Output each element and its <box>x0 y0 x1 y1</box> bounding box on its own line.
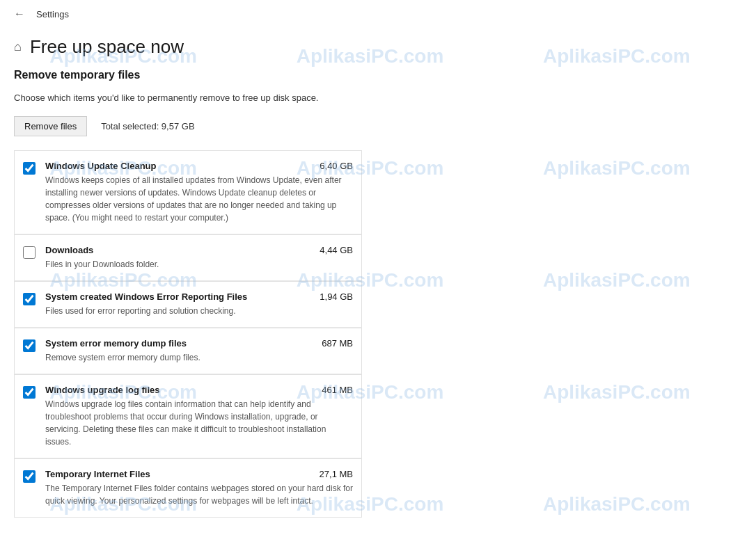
item-header-0: Windows Update Cleanup6,40 GB <box>45 161 353 171</box>
remove-files-button[interactable]: Remove files <box>14 116 87 136</box>
item-name-5: Temporary Internet Files <box>45 469 150 479</box>
item-description-3: Remove system error memory dump files. <box>45 351 353 364</box>
action-row: Remove files Total selected: 9,57 GB <box>14 116 362 136</box>
item-checkbox-4[interactable] <box>23 386 36 399</box>
item-size-5: 27,1 MB <box>320 469 353 479</box>
item-content-5: Temporary Internet Files27,1 MBThe Tempo… <box>45 469 353 507</box>
list-item: Windows Update Cleanup6,40 GBWindows kee… <box>14 150 362 234</box>
content-area: Remove temporary files Choose which item… <box>0 69 376 518</box>
item-description-4: Windows upgrade log files contain inform… <box>45 398 353 448</box>
item-content-3: System error memory dump files687 MBRemo… <box>45 338 353 364</box>
item-header-1: Downloads4,44 GB <box>45 245 353 255</box>
item-size-3: 687 MB <box>322 338 353 349</box>
item-checkbox-5[interactable] <box>23 470 36 483</box>
item-name-0: Windows Update Cleanup <box>45 161 157 171</box>
item-size-4: 461 MB <box>322 385 353 395</box>
item-name-3: System error memory dump files <box>45 338 187 349</box>
total-selected-label: Total selected: 9,57 GB <box>101 121 194 131</box>
item-header-5: Temporary Internet Files27,1 MB <box>45 469 353 479</box>
page-header: ⌂ Free up space now <box>0 28 740 69</box>
item-content-1: Downloads4,44 GBFiles in your Downloads … <box>45 245 353 271</box>
item-name-4: Windows upgrade log files <box>45 385 160 395</box>
item-content-2: System created Windows Error Reporting F… <box>45 291 353 317</box>
item-header-2: System created Windows Error Reporting F… <box>45 291 353 302</box>
title-bar-label: Settings <box>36 9 69 19</box>
item-content-0: Windows Update Cleanup6,40 GBWindows kee… <box>45 161 353 224</box>
home-icon: ⌂ <box>14 40 22 54</box>
item-description-1: Files in your Downloads folder. <box>45 258 353 271</box>
checkbox-wrapper-1 <box>23 246 36 261</box>
item-name-1: Downloads <box>45 245 93 255</box>
item-size-0: 6,40 GB <box>320 161 353 171</box>
title-bar: ← Settings <box>0 0 740 28</box>
items-list: Windows Update Cleanup6,40 GBWindows kee… <box>14 150 362 518</box>
list-item: System error memory dump files687 MBRemo… <box>14 328 362 374</box>
item-checkbox-2[interactable] <box>23 293 36 305</box>
section-title: Remove temporary files <box>14 69 362 81</box>
back-icon: ← <box>14 8 25 20</box>
checkbox-wrapper-5 <box>23 470 36 485</box>
item-checkbox-0[interactable] <box>23 162 36 175</box>
checkbox-wrapper-3 <box>23 339 36 354</box>
page-title: Free up space now <box>30 36 184 58</box>
item-description-2: Files used for error reporting and solut… <box>45 305 353 317</box>
checkbox-wrapper-4 <box>23 386 36 401</box>
back-button[interactable]: ← <box>11 5 28 23</box>
item-header-3: System error memory dump files687 MB <box>45 338 353 349</box>
item-checkbox-3[interactable] <box>23 339 36 352</box>
item-size-1: 4,44 GB <box>320 245 353 255</box>
item-content-4: Windows upgrade log files461 MBWindows u… <box>45 385 353 448</box>
item-name-2: System created Windows Error Reporting F… <box>45 291 247 302</box>
item-checkbox-1[interactable] <box>23 246 36 259</box>
checkbox-wrapper-0 <box>23 162 36 177</box>
checkbox-wrapper-2 <box>23 293 36 307</box>
list-item: System created Windows Error Reporting F… <box>14 281 362 328</box>
item-header-4: Windows upgrade log files461 MB <box>45 385 353 395</box>
item-description-0: Windows keeps copies of all installed up… <box>45 174 353 224</box>
item-size-2: 1,94 GB <box>320 291 353 302</box>
list-item: Windows upgrade log files461 MBWindows u… <box>14 374 362 458</box>
list-item: Temporary Internet Files27,1 MBThe Tempo… <box>14 458 362 518</box>
item-description-5: The Temporary Internet Files folder cont… <box>45 482 353 507</box>
list-item: Downloads4,44 GBFiles in your Downloads … <box>14 234 362 281</box>
description-text: Choose which items you'd like to permane… <box>14 91 362 105</box>
